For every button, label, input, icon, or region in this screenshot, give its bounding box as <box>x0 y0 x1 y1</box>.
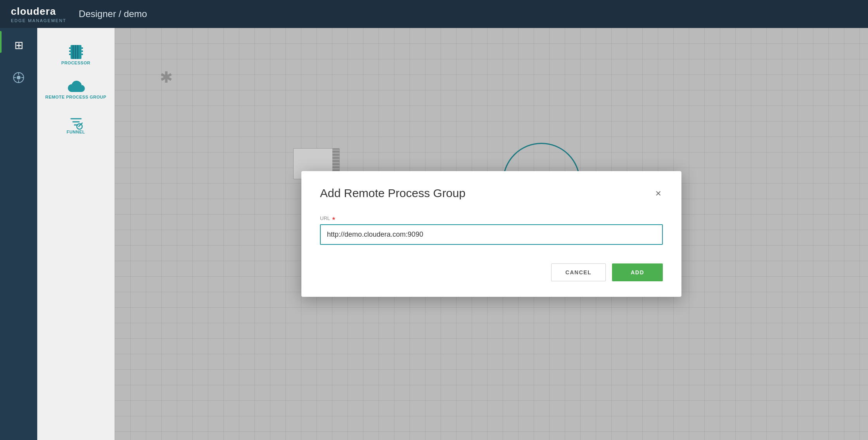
processor-icon <box>67 43 85 61</box>
svg-rect-7 <box>73 45 74 59</box>
modal-header: Add Remote Process Group × <box>320 187 663 200</box>
cloud-icon <box>67 81 85 95</box>
add-button[interactable]: ADD <box>612 263 663 281</box>
nav-item-dashboard[interactable]: ⊞ <box>0 33 37 59</box>
sidebar-item-processor[interactable]: PROCESSOR <box>37 37 114 71</box>
logo-sub: EDGE MANAGEMENT <box>11 18 66 23</box>
funnel-label: FUNNEL <box>67 130 85 134</box>
url-input[interactable] <box>320 224 663 245</box>
svg-rect-8 <box>75 45 76 59</box>
url-label-text: URL <box>320 215 330 221</box>
modal-title: Add Remote Process Group <box>320 187 465 200</box>
modal-body: URL ★ <box>320 215 663 245</box>
cancel-button[interactable]: CANCEL <box>551 263 606 281</box>
svg-rect-13 <box>81 47 83 49</box>
left-nav: ⊞ <box>0 28 37 440</box>
active-indicator <box>0 31 2 53</box>
funnel-icon <box>69 115 83 130</box>
sidebar-panel: PROCESSOR REMOTE PROCESS GROUP FUNNEL <box>37 28 115 440</box>
svg-point-19 <box>77 124 82 129</box>
close-button[interactable]: × <box>654 187 663 200</box>
sidebar-item-remote-process-group[interactable]: REMOTE PROCESS GROUP <box>37 74 114 106</box>
svg-rect-12 <box>69 54 71 55</box>
nav-item-monitor[interactable] <box>0 66 37 90</box>
modal-overlay: Add Remote Process Group × URL ★ CANCEL … <box>115 28 868 440</box>
canvas-area: ✱ TO fe115f29-12e2-1efc-0000-0... ☁ Add … <box>115 28 868 440</box>
sidebar-item-funnel[interactable]: FUNNEL <box>37 109 114 140</box>
logo-area: cloudera EDGE MANAGEMENT <box>11 5 66 23</box>
svg-rect-9 <box>77 45 78 59</box>
processor-label: PROCESSOR <box>61 61 90 65</box>
svg-rect-14 <box>81 50 83 52</box>
svg-rect-11 <box>69 50 71 52</box>
required-star: ★ <box>332 216 336 221</box>
monitor-icon <box>13 72 24 83</box>
modal-dialog: Add Remote Process Group × URL ★ CANCEL … <box>301 171 681 297</box>
main-container: ⊞ <box>0 28 868 440</box>
modal-footer: CANCEL ADD <box>320 263 663 281</box>
svg-rect-10 <box>69 47 71 49</box>
remote-process-group-label: REMOTE PROCESS GROUP <box>45 95 106 99</box>
top-header: cloudera EDGE MANAGEMENT Designer / demo <box>0 0 868 28</box>
logo-cloudera: cloudera <box>11 5 66 17</box>
dashboard-icon: ⊞ <box>14 39 23 52</box>
svg-point-1 <box>17 76 21 80</box>
url-field-label: URL ★ <box>320 215 663 221</box>
header-breadcrumb: Designer / demo <box>79 9 147 19</box>
svg-rect-15 <box>81 54 83 55</box>
